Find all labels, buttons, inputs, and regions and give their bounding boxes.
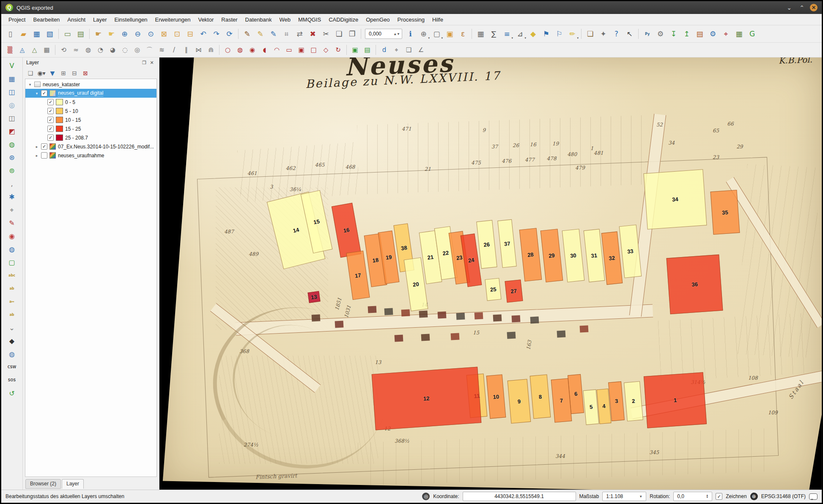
parcel-28[interactable]: 28	[519, 228, 541, 281]
menu-erweiterungen[interactable]: Erweiterungen	[151, 15, 195, 24]
menu-caddigitize[interactable]: CADDigitize	[325, 15, 362, 24]
legend-row[interactable]: ✓5 - 10	[25, 107, 156, 115]
rotate-feature-icon[interactable]: ⟲	[58, 44, 69, 55]
expander-icon[interactable]: ▾	[28, 82, 32, 87]
raster-layer-row[interactable]: ▸neuses_uraufnahme	[25, 151, 156, 160]
parcel-12[interactable]: 12	[371, 367, 481, 430]
toggle-editing-icon[interactable]: ✎	[254, 28, 266, 40]
add-delimited-text-layer-icon[interactable]: ,	[5, 177, 19, 190]
circle-center-radius-icon[interactable]: ◉	[247, 44, 258, 55]
parcel-10[interactable]: 10	[486, 375, 505, 419]
show-bookmarks-icon[interactable]: ⚐	[553, 28, 565, 40]
rotation-spinbox[interactable]: 0,0 ▲▼	[673, 492, 712, 501]
add-wms-layer-icon[interactable]: ◍	[5, 138, 19, 151]
add-group-icon[interactable]: ❏	[25, 68, 36, 78]
add-database-layer-icon[interactable]: ◫	[5, 85, 19, 98]
expand-all-icon[interactable]: ⊞	[58, 68, 69, 78]
menu-layer[interactable]: Layer	[89, 15, 111, 24]
render-checkbox[interactable]: ✓	[716, 493, 722, 500]
parcel-27[interactable]: 27	[505, 280, 523, 303]
tab-browser[interactable]: Browser (2)	[25, 479, 61, 489]
chevron-more-icon[interactable]: ⌄	[5, 321, 19, 334]
add-vector-layer-icon[interactable]: V	[5, 59, 19, 72]
refresh-map-icon[interactable]: ⟳	[223, 28, 236, 40]
layer-group-label[interactable]: neuses_kataster	[43, 82, 80, 88]
dock-close-icon[interactable]: ✕	[148, 59, 156, 66]
rectangle-extent-icon[interactable]: ▭	[283, 44, 295, 55]
filter-legend-icon[interactable]: ▼	[47, 68, 58, 78]
whats-this-icon[interactable]: ↖	[623, 28, 636, 40]
pan-to-selection-icon[interactable]: ☛	[105, 28, 118, 40]
composer-manager-icon[interactable]: ▤	[74, 28, 87, 40]
add-spatialite-layer-icon[interactable]: ◎	[5, 99, 19, 111]
zoom-next-icon[interactable]: ↷	[210, 28, 222, 40]
measure-icon[interactable]: ⊿▾	[514, 28, 526, 40]
expander-icon[interactable]: ▸	[35, 145, 39, 149]
sos-plugin-icon[interactable]: SOS	[5, 374, 19, 386]
grass-tools-icon[interactable]: G	[746, 28, 758, 40]
zoom-to-selection-icon[interactable]: ⊡	[171, 28, 183, 40]
menu-einstellungen[interactable]: Einstellungen	[111, 15, 151, 24]
legend-row[interactable]: ✓15 - 25	[25, 124, 156, 133]
arc-3points-icon[interactable]: ◠	[271, 44, 283, 55]
parcel-36[interactable]: 36	[666, 255, 723, 314]
menu-bearbeiten[interactable]: Bearbeiten	[29, 15, 63, 24]
parcel-8[interactable]: 8	[530, 375, 551, 419]
window-shade-icon[interactable]: ⌄	[785, 3, 794, 12]
save-layer-edits-icon[interactable]: ✎	[267, 28, 280, 40]
processing-history-icon[interactable]: ↺	[5, 387, 19, 400]
parcel-37[interactable]: 37	[497, 219, 517, 268]
zonal-statistics-icon[interactable]: ▦	[41, 44, 52, 55]
open-project-icon[interactable]: ▰	[17, 28, 30, 40]
parcel-1[interactable]: 1	[644, 372, 707, 428]
spinner-arrows-icon[interactable]: ▲▼	[706, 494, 708, 499]
menu-ansicht[interactable]: Ansicht	[63, 15, 89, 24]
open-attribute-table-icon[interactable]: ▦	[475, 28, 487, 40]
label-show-hide-icon[interactable]: ab	[5, 308, 19, 321]
new-project-icon[interactable]: ▯	[4, 28, 16, 40]
interpolation-tool-icon[interactable]: ◬	[16, 44, 28, 55]
tab-layer[interactable]: Layer	[62, 479, 84, 489]
style-manager-icon[interactable]: ✎	[5, 216, 19, 229]
identify-features-icon[interactable]: ℹ	[404, 28, 417, 40]
copy-coordinates-icon[interactable]: ❏	[403, 44, 414, 55]
dock-float-icon[interactable]: ❐	[140, 59, 148, 66]
legend-checkbox[interactable]: ✓	[47, 117, 54, 123]
mouse-position-icon[interactable]: ◎	[422, 493, 430, 500]
regular-polygon-icon[interactable]: ◇	[320, 44, 332, 55]
menu-project[interactable]: Project	[5, 15, 29, 24]
map-tips-icon[interactable]: ◆	[527, 28, 539, 40]
map-canvas[interactable]: Neuses Beilage zu N.W. LXXVIII. 17 K.B.P…	[159, 58, 822, 490]
remove-layer-icon[interactable]: ⊠	[80, 68, 91, 78]
menu-hilfe[interactable]: Hilfe	[428, 15, 447, 24]
simplify-feature-icon[interactable]: ≈	[70, 44, 82, 55]
current-edits-icon[interactable]: ✎	[241, 28, 253, 40]
coordinate-input[interactable]: 4430342.8,5515549.1	[463, 492, 576, 501]
fill-ring-icon[interactable]: ◕	[107, 44, 118, 55]
circle-2points-icon[interactable]: ○	[222, 44, 233, 55]
terrain-analysis-icon[interactable]: △	[29, 44, 40, 55]
osm-upload-icon[interactable]: ↥	[680, 28, 693, 40]
zoom-in-icon[interactable]: ⊕	[118, 28, 131, 40]
merge-features-icon[interactable]: ⋈	[193, 44, 204, 55]
legend-row[interactable]: ✓0 - 5	[25, 98, 156, 107]
globe-plugin-icon[interactable]: ◍	[5, 243, 19, 255]
add-mssql-layer-icon[interactable]: ◫	[5, 112, 19, 124]
parcel-34[interactable]: 34	[644, 169, 707, 229]
copy-features-icon[interactable]: ❏	[333, 28, 345, 40]
zoom-full-icon[interactable]: ⊠	[158, 28, 170, 40]
delete-selected-icon[interactable]: ✖	[307, 28, 319, 40]
field-calculator-icon[interactable]: ∑	[488, 28, 500, 40]
add-wcs-layer-icon[interactable]: ⊛	[5, 151, 19, 164]
zoom-magnifier-icon[interactable]: ⊕▾	[417, 28, 430, 40]
menu-web[interactable]: Web	[275, 15, 294, 24]
delete-part-icon[interactable]: ◎	[132, 44, 143, 55]
render-label[interactable]: Zeichnen	[726, 493, 746, 499]
scale-combobox[interactable]: 1:1.108 ▼	[602, 492, 646, 501]
legend-checkbox[interactable]: ✓	[47, 99, 54, 105]
add-wfs-layer-icon[interactable]: ⊚	[5, 164, 19, 177]
python-console-icon[interactable]: Py	[641, 28, 653, 40]
window-restore-icon[interactable]: ⌃	[797, 3, 807, 12]
rotate-shape-icon[interactable]: ↻	[332, 44, 344, 55]
parcel-26[interactable]: 26	[476, 220, 497, 269]
